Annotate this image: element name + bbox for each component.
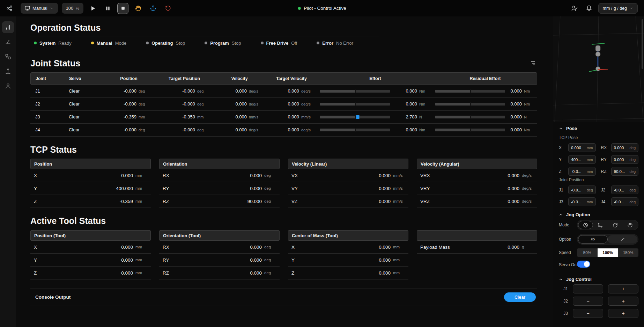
sidebar-panels: Pose TCP Pose X 0.000mm RX 0.000deg Y 40… bbox=[553, 122, 644, 327]
step-icon bbox=[620, 237, 625, 242]
units-select[interactable]: mm / g / deg bbox=[598, 3, 638, 14]
option-step-button[interactable] bbox=[608, 235, 637, 244]
operation-status-strip: System Ready Manual Mode Operating Stop … bbox=[30, 36, 379, 50]
bar-chart-icon bbox=[5, 24, 11, 30]
app-logo-icon bbox=[6, 5, 13, 12]
mode-freedrive-button[interactable] bbox=[623, 221, 638, 229]
chevron-up-icon bbox=[559, 277, 563, 281]
topbar: Manual 100 % bbox=[0, 0, 644, 16]
pause-button[interactable] bbox=[102, 3, 113, 14]
mode-joint-button[interactable] bbox=[578, 221, 593, 229]
left-icon-rail bbox=[0, 16, 16, 327]
3d-viewport[interactable] bbox=[553, 16, 644, 122]
hand-guide-button[interactable] bbox=[132, 3, 143, 14]
servo-on-label: Servo On bbox=[559, 262, 577, 267]
status-dot bbox=[205, 42, 207, 44]
tcp-orientation-panel: Orientation RX0.000deg RY0.000deg RZ90.0… bbox=[159, 159, 280, 208]
status-item-operating: Operating Stop bbox=[146, 41, 185, 46]
right-sidebar: Pose TCP Pose X 0.000mm RX 0.000deg Y 40… bbox=[553, 16, 644, 327]
joint-j1-input[interactable]: -0.0...deg bbox=[568, 186, 596, 194]
sidebar-item-monitoring[interactable] bbox=[2, 21, 14, 33]
robot-arm-icon bbox=[5, 39, 11, 45]
effort-marker bbox=[356, 115, 360, 119]
mode-rotate-button[interactable] bbox=[608, 221, 623, 229]
console-clear-button[interactable]: Clear bbox=[504, 292, 536, 302]
effort-bar bbox=[320, 103, 390, 106]
mode-select[interactable]: Manual bbox=[21, 3, 58, 14]
pose-y-input[interactable]: 400...mm bbox=[568, 155, 596, 164]
table-row-j2: J2 Clear -0.000deg -0.000deg 0.000deg/s … bbox=[30, 98, 537, 111]
speed-100-button[interactable]: 100% bbox=[598, 248, 618, 257]
jog-mode-segmented bbox=[577, 220, 638, 230]
effort-bar bbox=[320, 90, 390, 93]
sidebar-item-workflow[interactable] bbox=[2, 51, 14, 63]
scrollbar-thumb[interactable] bbox=[642, 19, 643, 69]
active-tool-status-title: Active Tool Status bbox=[30, 216, 106, 226]
speed-override-button[interactable]: 100 % bbox=[62, 3, 83, 14]
table-header: Joint Servo Position Target Position Vel… bbox=[30, 72, 537, 85]
jog-j3-minus-button[interactable]: − bbox=[573, 309, 603, 318]
pose-x-input[interactable]: 0.000mm bbox=[568, 143, 596, 152]
jog-j1-minus-button[interactable]: − bbox=[573, 284, 603, 293]
robot-model bbox=[589, 43, 608, 72]
tool-orientation-panel: Orientation (Tool) RX0.000deg RY0.000deg… bbox=[159, 230, 280, 279]
joint-j4-input[interactable]: -0.0...deg bbox=[611, 197, 639, 206]
speed-150-button[interactable]: 150% bbox=[618, 248, 638, 257]
servo-on-toggle[interactable] bbox=[577, 261, 590, 268]
joint-status-title: Joint Status bbox=[30, 58, 80, 68]
residual-effort-bar bbox=[435, 103, 505, 106]
move-axes-icon bbox=[598, 223, 603, 228]
pose-ry-input[interactable]: 0.000deg bbox=[611, 155, 639, 164]
jog-j2-minus-button[interactable]: − bbox=[573, 297, 603, 306]
toggle-knob bbox=[584, 261, 590, 267]
option-label: Option bbox=[559, 237, 577, 242]
play-button[interactable] bbox=[87, 3, 98, 14]
notifications-bell-button[interactable] bbox=[584, 3, 595, 14]
jog-option-section-header[interactable]: Jog Option bbox=[559, 208, 638, 220]
residual-effort-bar bbox=[435, 116, 505, 118]
joint-position-label: Joint Position bbox=[559, 177, 638, 182]
user-check-button[interactable] bbox=[569, 3, 580, 14]
joint-j2-input[interactable]: -0.0...deg bbox=[611, 186, 639, 194]
clock-dial-icon bbox=[583, 223, 588, 228]
reset-rotate-ccw-button[interactable] bbox=[162, 3, 173, 14]
pose-section-header[interactable]: Pose bbox=[559, 122, 638, 133]
list-filter-icon bbox=[529, 60, 535, 66]
tcp-pose-fields: X 0.000mm RX 0.000deg Y 400...mm RY 0.00… bbox=[559, 143, 638, 176]
topbar-right: mm / g / deg bbox=[569, 3, 638, 14]
jog-j1-plus-button[interactable]: + bbox=[608, 284, 638, 293]
chevron-up-icon bbox=[559, 126, 563, 130]
tcp-position-panel: Position X0.000mm Y400.000mm Z-0.359mm bbox=[30, 159, 151, 208]
status-dot bbox=[317, 42, 319, 44]
speed-value: 100 bbox=[66, 6, 74, 11]
pose-rx-input[interactable]: 0.000deg bbox=[611, 143, 639, 152]
jog-speed-segmented: 50% 100% 150% bbox=[577, 248, 638, 257]
anchor-button[interactable] bbox=[147, 3, 158, 14]
pose-z-input[interactable]: -0.3...mm bbox=[568, 167, 596, 176]
jog-j3-plus-button[interactable]: + bbox=[608, 309, 638, 318]
jog-j2-plus-button[interactable]: + bbox=[608, 297, 638, 306]
speed-label: Speed bbox=[559, 250, 577, 255]
tcp-pose-label: TCP Pose bbox=[559, 135, 638, 140]
tcp-status-title: TCP Status bbox=[30, 145, 77, 155]
sidebar-item-user[interactable] bbox=[2, 80, 14, 92]
sidebar-item-motion[interactable] bbox=[2, 65, 14, 77]
joint-status-options-button[interactable] bbox=[527, 58, 537, 68]
effort-bar bbox=[320, 116, 390, 118]
pose-rz-input[interactable]: 90.0...deg bbox=[611, 167, 639, 176]
mode-translate-button[interactable] bbox=[593, 221, 608, 229]
workflow-icon bbox=[5, 53, 11, 60]
speed-50-button[interactable]: 50% bbox=[577, 248, 598, 257]
table-row-j3: J3 Clear -0.359mm -0.359mm 0.000mm/s 0.0… bbox=[30, 111, 537, 124]
joint-j3-input[interactable]: -0.3...mm bbox=[568, 197, 596, 206]
sidebar-item-robot[interactable] bbox=[2, 36, 14, 48]
mode-select-value: Manual bbox=[32, 6, 47, 11]
table-row-j1: J1 Clear -0.000deg -0.000deg 0.000deg/s … bbox=[30, 85, 537, 98]
tool-position-panel: Position (Tool) X0.000mm Y0.000mm Z0.000… bbox=[30, 230, 151, 279]
status-item-error: Error No Error bbox=[317, 41, 353, 46]
stop-button[interactable] bbox=[117, 3, 128, 14]
active-tool-panels: Position (Tool) X0.000mm Y0.000mm Z0.000… bbox=[30, 230, 537, 279]
option-continuous-button[interactable]: ∞ bbox=[578, 235, 608, 244]
mode-label: Mode bbox=[559, 223, 577, 227]
jog-control-section-header[interactable]: Jog Control bbox=[559, 273, 638, 284]
